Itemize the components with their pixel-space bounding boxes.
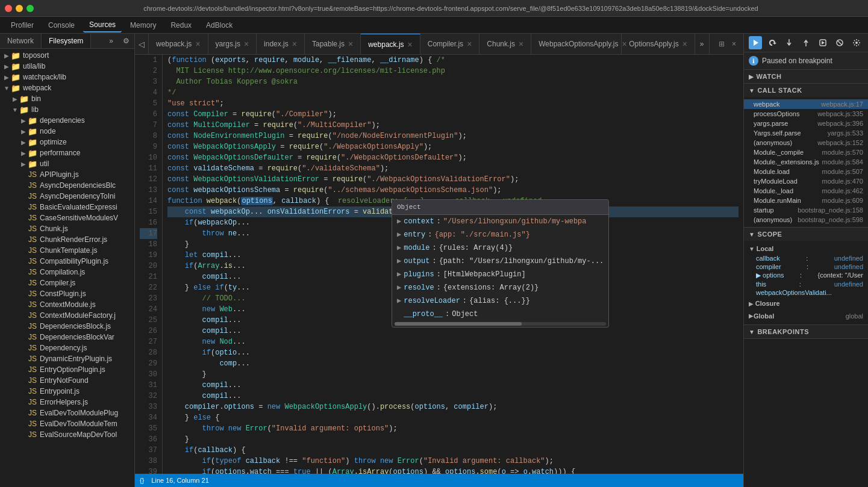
tab-close-icon[interactable]: × — [682, 39, 687, 49]
tree-item-chunktemplate[interactable]: ▶ JS ChunkTemplate.js — [0, 245, 134, 256]
nav-profiler[interactable]: Profiler — [5, 19, 40, 32]
tab-chunk[interactable]: Chunk.js × — [479, 34, 531, 54]
tree-item-entrynotfound[interactable]: ▶ JS EntryNotFound — [0, 375, 134, 386]
call-stack-item-startup[interactable]: startup bootstrap_node.js:158 — [744, 205, 868, 215]
tab-webpack-1[interactable]: webpack.js × — [149, 34, 208, 54]
back-forward-icon[interactable]: ◁ — [135, 34, 149, 54]
tab-close-icon[interactable]: × — [408, 40, 413, 49]
tree-item-evaldev[interactable]: ▶ JS EvalDevToolModulePlug — [0, 408, 134, 418]
call-stack-item-anon2[interactable]: (anonymous) bootstrap_node.js:598 — [744, 215, 868, 225]
call-stack-item-module-load[interactable]: Module.load module.js:507 — [744, 167, 868, 176]
tree-item-lib[interactable]: ▼ 📁 lib — [0, 104, 134, 115]
expand-icon[interactable]: ▶ — [397, 229, 401, 240]
scope-closure-header[interactable]: ▶ Closure — [744, 297, 868, 310]
watch-section-header[interactable]: ▶ Watch — [744, 70, 868, 83]
sidebar-more-icon[interactable]: » — [104, 34, 118, 48]
tree-item-performance[interactable]: ▶ 📁 performance — [0, 147, 134, 158]
tooltip-scrollbar[interactable] — [395, 322, 606, 326]
tree-item-const[interactable]: ▶ JS ConstPlugin.js — [0, 288, 134, 299]
tree-item-bin[interactable]: ▶ 📁 bin — [0, 93, 134, 104]
tree-item-apiplugin[interactable]: ▶ JS APIPlugin.js — [0, 169, 134, 180]
tab-close-icon[interactable]: × — [467, 39, 472, 49]
call-stack-item-try-module[interactable]: tryModuleLoad module.js:470 — [744, 176, 868, 186]
expand-icon[interactable]: ▶ — [397, 282, 401, 293]
tree-item-webpack[interactable]: ▼ 📁 webpack — [0, 82, 134, 93]
tab-close-icon[interactable]: × — [348, 39, 353, 49]
tree-item-evaldevtem[interactable]: ▶ JS EvalDevToolModuleTem — [0, 418, 134, 429]
sidebar-gear-icon[interactable]: ⚙ — [118, 34, 134, 48]
tree-item-toposort[interactable]: ▶ 📁 toposort — [0, 50, 134, 61]
call-stack-item-module-load2[interactable]: Module._load module.js:462 — [744, 186, 868, 196]
close-all-icon[interactable]: × — [729, 39, 738, 49]
tree-item-optimize[interactable]: ▶ 📁 optimize — [0, 137, 134, 147]
expand-icon[interactable]: ▶ — [397, 256, 401, 267]
tab-filesystem[interactable]: Filesystem — [42, 34, 91, 48]
tree-item-entryopt[interactable]: ▶ JS EntryOptionPlugin.js — [0, 364, 134, 375]
tree-item-chunk[interactable]: ▶ JS Chunk.js — [0, 223, 134, 234]
scope-global-header[interactable]: ▶ Global global — [744, 310, 868, 322]
tab-yargs[interactable]: yargs.js × — [208, 34, 257, 54]
call-stack-item-anon1[interactable]: (anonymous) webpack.js:152 — [744, 138, 868, 147]
tree-item-util[interactable]: ▶ 📁 util — [0, 158, 134, 169]
tab-webpackoptions[interactable]: WebpackOptionsApply.js × — [531, 34, 622, 54]
tree-item-node[interactable]: ▶ 📁 node — [0, 126, 134, 137]
tab-webpack-active[interactable]: webpack.js × — [361, 34, 420, 54]
tab-close-icon[interactable]: × — [244, 39, 249, 49]
tab-close-icon[interactable]: × — [195, 39, 200, 49]
tree-item-dependencies[interactable]: ▶ 📁 dependencies — [0, 115, 134, 126]
step-button[interactable] — [816, 36, 829, 49]
call-stack-item-module-compile[interactable]: Module._compile module.js:570 — [744, 147, 868, 157]
tree-item-contextmod[interactable]: ▶ JS ContextModule.js — [0, 299, 134, 310]
tab-index[interactable]: index.js × — [257, 34, 305, 54]
tree-item-utila[interactable]: ▶ 📁 utila/lib — [0, 61, 134, 72]
tree-item-entrypoint[interactable]: ▶ JS Entrypoint.js — [0, 386, 134, 397]
settings-button[interactable] — [850, 36, 863, 49]
tab-tapable[interactable]: Tapable.js × — [305, 34, 361, 54]
tree-item-basic[interactable]: ▶ JS BasicEvaluatedExpressi — [0, 202, 134, 212]
expand-icon[interactable]: ▶ — [397, 296, 401, 306]
tree-item-errorhelpers[interactable]: ▶ JS ErrorHelpers.js — [0, 397, 134, 408]
tree-item-dep[interactable]: ▶ JS Dependency.js — [0, 343, 134, 353]
tree-item-asyncdep[interactable]: ▶ JS AsyncDependenciesBlc — [0, 180, 134, 191]
call-stack-item-yargs-parse[interactable]: yargs.parse webpack.js:396 — [744, 119, 868, 128]
tree-item-depblockvar[interactable]: ▶ JS DependenciesBlockVar — [0, 332, 134, 343]
tree-item-case[interactable]: ▶ JS CaseSensitiveModulesV — [0, 212, 134, 223]
tree-item-watchpack[interactable]: ▶ 📁 watchpack/lib — [0, 72, 134, 82]
tree-item-evalsource[interactable]: ▶ JS EvalSourceMapDevTool — [0, 429, 134, 440]
tree-item-chunkrender[interactable]: ▶ JS ChunkRenderError.js — [0, 234, 134, 245]
call-stack-item-module-ext[interactable]: Module._extensions.js module.js:584 — [744, 157, 868, 167]
close-button[interactable] — [5, 5, 12, 12]
expand-icon[interactable]: ▶ — [397, 269, 401, 280]
maximize-button[interactable] — [27, 5, 34, 12]
step-into-button[interactable] — [782, 36, 796, 49]
call-stack-item-process-options[interactable]: processOptions webpack.js:335 — [744, 109, 868, 119]
nav-adblock[interactable]: AdBlock — [200, 19, 239, 32]
minimize-button[interactable] — [16, 5, 23, 12]
tab-close-icon[interactable]: × — [292, 39, 297, 49]
call-stack-item-yargs-self[interactable]: Yargs.self.parse yargs.js:533 — [744, 128, 868, 138]
scope-item-options[interactable]: ▶ options : {context: "/User — [744, 271, 868, 280]
call-stack-item-webpack[interactable]: webpack webpack.js:17 — [744, 99, 868, 109]
tree-item-asyncdep2[interactable]: ▶ JS AsyncDependencyToIni — [0, 191, 134, 202]
split-icon[interactable]: ⊞ — [716, 39, 727, 49]
nav-redux[interactable]: Redux — [164, 19, 198, 32]
tree-item-dynentry[interactable]: ▶ JS DynamicEntryPlugin.js — [0, 353, 134, 364]
step-out-button[interactable] — [799, 36, 813, 49]
tab-more-icon[interactable]: » — [695, 34, 710, 54]
nav-console[interactable]: Console — [42, 19, 81, 32]
scope-local-header[interactable]: ▼ Local — [744, 243, 868, 254]
tree-item-compat[interactable]: ▶ JS CompatibilityPlugin.js — [0, 256, 134, 267]
tab-close-icon[interactable]: × — [519, 39, 523, 49]
nav-memory[interactable]: Memory — [124, 19, 162, 32]
deactivate-breakpoints-button[interactable] — [833, 36, 846, 49]
tree-item-depblock[interactable]: ▶ JS DependenciesBlock.js — [0, 321, 134, 332]
scope-section-header[interactable]: ▼ Scope — [744, 228, 868, 241]
resume-button[interactable] — [749, 36, 762, 49]
expand-icon[interactable]: ▶ — [397, 216, 401, 227]
tree-item-contextmodfac[interactable]: ▶ JS ContextModuleFactory.j — [0, 310, 134, 321]
call-stack-item-module-run[interactable]: Module.runMain module.js:609 — [744, 196, 868, 205]
code-content[interactable]: (function (exports, require, module, __f… — [163, 55, 743, 474]
breakpoints-header[interactable]: ▼ Breakpoints — [744, 325, 868, 338]
tree-item-compilation[interactable]: ▶ JS Compilation.js — [0, 267, 134, 278]
call-stack-header[interactable]: ▼ Call Stack — [744, 84, 868, 97]
